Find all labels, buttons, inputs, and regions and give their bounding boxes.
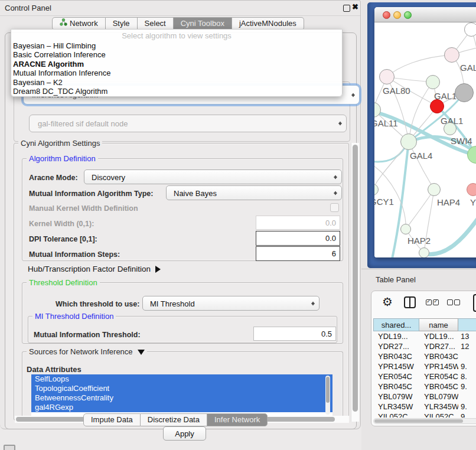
column-header-name[interactable]: name [419,318,458,331]
table-row[interactable]: YLR345WYLR345W9. [373,402,476,412]
table-cell: YIL052C [419,412,458,418]
attribute-item-selfloops[interactable]: SelfLoops [31,374,332,384]
column-header-shared[interactable]: shared... [373,318,419,331]
float-window-icon[interactable] [343,5,350,12]
node-gal80[interactable] [379,69,395,84]
sources-group-title[interactable]: Sources for Network Inference [27,347,147,358]
dropdown-item-bayesian-hill-climbing[interactable]: Bayesian – Hill Climbing [11,41,342,50]
select-all-icon[interactable] [433,299,439,305]
dropdown-item-mutual-information-inference[interactable]: Mutual Information Inference [11,69,342,77]
node-label-gal4: GAL4 [410,151,432,161]
table-row[interactable]: YDL19...YDL19...13 [373,331,476,341]
node-label-gal11: GAL11 [374,118,398,128]
node-table: shared...name YDL19...YDL19...13YDR27...… [373,318,476,418]
algorithm-definition-title: Algorithm Definition [27,154,98,163]
table-cell: 8. [458,371,476,381]
tab-jactivemnodules[interactable]: jActiveMNodules [232,17,304,30]
table-row[interactable]: YER054CYER054C8. [373,371,476,381]
threshold-definition-title: Threshold Definition [27,278,100,287]
which-threshold-combobox[interactable]: MI Threshold [142,296,319,311]
node-hap4[interactable] [428,183,441,196]
tab-impute-data[interactable]: Impute Data [83,413,141,426]
column-browser-icon[interactable] [404,296,416,308]
select-all-icon[interactable] [426,299,432,305]
deselect-all-icon[interactable] [454,299,460,305]
table-cell: YBR045C [373,381,419,392]
tab-select[interactable]: Select [138,17,174,30]
table-cell [458,392,476,402]
deselect-all-icon[interactable] [447,299,453,305]
table-panel: ⚙ shared...name YDL19...YDL19...13YDR27.… [371,291,476,426]
dropdown-item-dream8-dc-tdc-algorithm[interactable]: Dream8 DC_TDC Algorithm [11,87,342,96]
table-cell: YBR043C [373,351,419,361]
stepper-icon [338,120,343,128]
tab-cyni-toolbox[interactable]: Cyni Toolbox [174,17,232,30]
node-gal4[interactable] [400,133,417,150]
node[interactable] [464,22,476,37]
node-y[interactable] [467,183,476,196]
gear-icon[interactable]: ⚙ [382,295,393,309]
mi-type-label: Mutual Information Algorithm Type: [29,190,153,198]
dropdown-item-basic-correlation-inference[interactable]: Basic Correlation Inference [11,50,342,59]
apply-button[interactable]: Apply [163,426,206,441]
network-combobox[interactable]: gal-filtered sif default node [29,115,347,132]
network-window-titlebar[interactable] [374,7,476,22]
node-swi4[interactable] [444,122,457,135]
manual-kernel-checkbox[interactable] [330,203,339,212]
table-row[interactable]: YBR045CYBR045C9. [373,381,476,392]
minimized-panel-icon[interactable] [4,445,15,450]
settings-vertical-scrollbar[interactable] [351,143,359,422]
expanded-arrow-icon [138,350,145,358]
node[interactable] [419,247,429,257]
table-cell: YPR145W [373,361,419,371]
node[interactable] [455,83,474,102]
tab-network[interactable]: Network [52,17,106,30]
data-attributes-list[interactable]: SelfLoopsTopologicalCoefficientBetweenne… [31,374,332,416]
dropdown-item-bayesian-k2[interactable]: Bayesian – K2 [11,78,342,87]
table-cell: YDR27... [373,341,419,351]
attributes-scrollbar[interactable] [325,376,330,415]
table-cell: 12 [458,341,476,351]
stepper-icon [351,91,356,99]
table-cell: YPR145W [419,361,458,371]
column-header-col2[interactable] [458,318,476,331]
close-icon[interactable]: ✖ [352,2,358,11]
zoom-traffic-light-icon[interactable] [404,11,412,19]
manual-kernel-label: Manual Kernel Width Definition [29,204,138,213]
table-header-row: shared...name [373,318,476,331]
node-label-hap4: HAP4 [437,197,460,207]
attribute-item-betweennesscentrality[interactable]: BetweennessCentrality [31,393,332,403]
hub-definition-toggle[interactable]: Hub/Transcription Factor Definition [28,265,164,273]
cyni-bottom-tabs: Impute DataDiscretize DataInfer Network [83,413,268,426]
close-traffic-light-icon[interactable] [383,11,390,19]
partial-panel-icon[interactable] [473,294,476,312]
mi-algorithm-type-combobox[interactable]: Naive Bayes [166,185,342,200]
node-gal1[interactable] [430,99,444,113]
table-row[interactable]: YPR145WYPR145W9. [373,361,476,371]
node-gal[interactable] [444,47,459,63]
aracne-mode-combobox[interactable]: Discovery [84,169,342,184]
node-label-gcy1: GCY1 [374,197,394,207]
node-gal10[interactable] [426,75,440,89]
control-panel-titlebar: Control Panel ✖ [0,1,360,16]
minimize-traffic-light-icon[interactable] [393,11,401,19]
dropdown-item-aracne-algorithm[interactable]: ARACNE Algorithm [11,60,342,69]
node-label-swi4: SWI4 [451,136,472,146]
attribute-item-gal4rgexp[interactable]: gal4RGexp [31,403,332,412]
table-row[interactable]: YBL079WYBL079W [373,392,476,402]
table-row[interactable]: YDR27...YDR27...12 [373,341,476,351]
attribute-item-topologicalcoefficient[interactable]: TopologicalCoefficient [31,384,332,393]
table-row[interactable]: YBR043CYBR043C [373,351,476,361]
stepper-icon [311,299,315,307]
kernel-width-input[interactable]: 0.0 [256,216,340,230]
table-row[interactable]: YIL052CYIL052C9 [373,412,476,418]
node-hap2[interactable] [400,224,411,234]
mi-steps-input[interactable]: 6 [256,246,340,261]
tab-style[interactable]: Style [106,17,138,30]
tab-discretize-data[interactable]: Discretize Data [141,413,207,426]
mi-threshold-input[interactable]: 0.5 [253,327,336,341]
tab-infer-network[interactable]: Infer Network [207,413,268,426]
table-horizontal-scrollbar[interactable] [373,418,476,424]
network-canvas[interactable]: GALGAL80GAL10GAL1GAL11SWI4GAL4GCY1HAP4YH… [374,22,476,257]
dpi-tolerance-input[interactable]: 0.0 [256,231,340,246]
